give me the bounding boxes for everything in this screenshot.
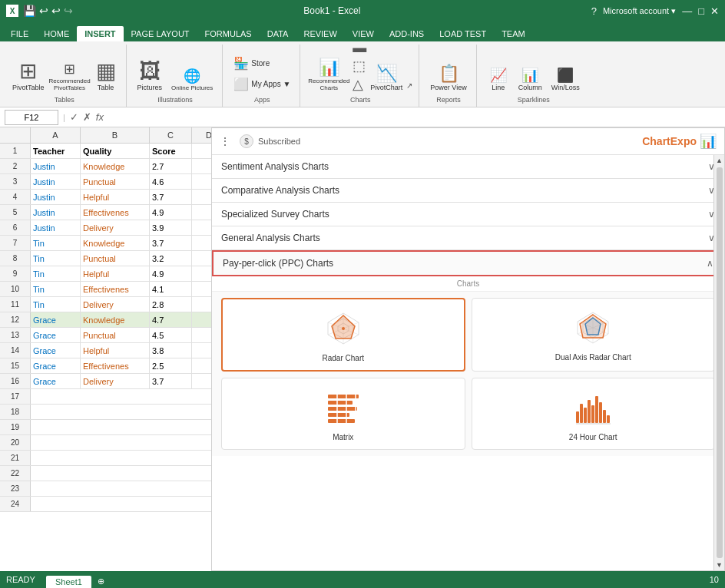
pivot-table-button[interactable]: ⊞ PivotTable: [9, 57, 48, 93]
cell-A4[interactable]: Justin: [31, 190, 81, 205]
cell-A15[interactable]: Grace: [31, 358, 81, 374]
undo-icon[interactable]: ↩: [39, 5, 48, 17]
cell-C1[interactable]: Score: [150, 144, 192, 159]
row-num-3[interactable]: 3: [0, 174, 31, 189]
cell-B10[interactable]: Effectivenes: [81, 282, 150, 297]
tab-file[interactable]: FILE: [3, 26, 36, 41]
tab-page-layout[interactable]: PAGE LAYOUT: [124, 26, 197, 41]
sheet1-tab[interactable]: Sheet1: [46, 576, 91, 588]
tab-review[interactable]: REVIEW: [296, 26, 344, 41]
cell-B3[interactable]: Punctual: [81, 174, 150, 190]
store-button[interactable]: 🏪 Store: [230, 55, 293, 72]
cell-B8[interactable]: Punctual: [81, 251, 150, 266]
col-header-C[interactable]: C: [150, 127, 192, 143]
undo2-icon[interactable]: ↩: [51, 5, 61, 17]
row-num-14[interactable]: 14: [0, 343, 31, 358]
cell-B9[interactable]: Helpful: [81, 266, 150, 282]
category-general[interactable]: General Analysis Charts ∨: [212, 226, 724, 250]
recommended-pivottables-button[interactable]: ⊞ Recommended PivotTables: [51, 59, 89, 93]
panel-dots-menu[interactable]: ⋮: [220, 135, 230, 147]
cell-B4[interactable]: Helpful: [81, 190, 150, 205]
category-sentiment[interactable]: Sentiment Analysis Charts ∨: [212, 155, 724, 179]
row-num-7[interactable]: 7: [0, 236, 31, 250]
cell-A10[interactable]: Tin: [31, 282, 81, 297]
table-button[interactable]: ▦ Table: [92, 57, 120, 93]
cell-A5[interactable]: Justin: [31, 205, 81, 220]
row-num-18[interactable]: 18: [0, 405, 31, 419]
area-chart-icon[interactable]: △: [353, 76, 366, 93]
row-num-10[interactable]: 10: [0, 282, 31, 296]
cell-B11[interactable]: Delivery: [81, 297, 150, 312]
row-num-6[interactable]: 6: [0, 220, 31, 235]
row-num-2[interactable]: 2: [0, 159, 31, 173]
cell-A9[interactable]: Tin: [31, 266, 81, 282]
cell-A7[interactable]: Tin: [31, 236, 81, 251]
tab-data[interactable]: DATA: [260, 26, 296, 41]
tab-insert[interactable]: INSERT: [77, 26, 123, 41]
row-num-9[interactable]: 9: [0, 266, 31, 281]
cell-B1[interactable]: Quality: [81, 144, 150, 159]
category-comparative[interactable]: Comparative Analysis Charts ∨: [212, 179, 724, 203]
radar-chart-card[interactable]: Radar Chart: [221, 298, 465, 372]
row-num-8[interactable]: 8: [0, 251, 31, 266]
row-num-13[interactable]: 13: [0, 328, 31, 342]
cell-A14[interactable]: Grace: [31, 343, 81, 358]
col-header-B[interactable]: B: [81, 127, 150, 143]
formula-fx-icon[interactable]: fx: [96, 111, 104, 123]
tab-addins[interactable]: ADD-INS: [382, 26, 432, 41]
my-apps-button[interactable]: ⬜ My Apps ▼: [230, 75, 293, 93]
cell-C9[interactable]: 4.9: [150, 266, 192, 282]
cell-C14[interactable]: 3.8: [150, 343, 192, 358]
line-sparkline-button[interactable]: 📈 Line: [485, 65, 512, 93]
row-num-20[interactable]: 20: [0, 435, 31, 450]
redo-icon[interactable]: ↪: [64, 5, 73, 17]
cell-C2[interactable]: 2.7: [150, 159, 192, 174]
category-ppc[interactable]: Pay-per-click (PPC) Charts ∧: [212, 250, 724, 276]
cell-C16[interactable]: 3.7: [150, 374, 192, 389]
row-num-24[interactable]: 24: [0, 497, 31, 511]
tab-formulas[interactable]: FORMULAS: [197, 26, 260, 41]
minimize-button[interactable]: —: [682, 5, 692, 17]
online-pictures-button[interactable]: 🌐 Online Pictures: [168, 66, 216, 93]
cell-A6[interactable]: Justin: [31, 220, 81, 236]
cell-A11[interactable]: Tin: [31, 297, 81, 312]
cell-B16[interactable]: Delivery: [81, 374, 150, 389]
cell-B2[interactable]: Knowledge: [81, 159, 150, 174]
cell-B5[interactable]: Effectivenes: [81, 205, 150, 220]
column-sparkline-button[interactable]: 📊 Column: [515, 65, 545, 93]
matrix-chart-card[interactable]: Matrix: [221, 378, 465, 450]
bar-chart-icon[interactable]: ▬: [353, 40, 366, 56]
24hour-chart-card[interactable]: 24 Hour Chart: [472, 378, 716, 450]
recommended-charts-button[interactable]: 📊 Recommended Charts: [308, 56, 349, 93]
cell-B15[interactable]: Effectivenes: [81, 358, 150, 374]
row-num-15[interactable]: 15: [0, 358, 31, 373]
row-num-17[interactable]: 17: [0, 389, 31, 404]
cell-C3[interactable]: 4.6: [150, 174, 192, 190]
row-num-16[interactable]: 16: [0, 374, 31, 388]
power-view-button[interactable]: 📋 Power View: [427, 62, 469, 93]
cell-A1[interactable]: Teacher: [31, 144, 81, 159]
row-num-21[interactable]: 21: [0, 451, 31, 465]
panel-scroll[interactable]: Sentiment Analysis Charts ∨ Comparative …: [212, 155, 724, 456]
cell-C4[interactable]: 3.7: [150, 190, 192, 205]
cell-C10[interactable]: 4.1: [150, 282, 192, 297]
cell-C7[interactable]: 3.7: [150, 236, 192, 251]
col-header-A[interactable]: A: [31, 127, 81, 143]
formula-input[interactable]: [107, 113, 720, 122]
cell-A12[interactable]: Grace: [31, 312, 81, 328]
tab-view[interactable]: VIEW: [345, 26, 382, 41]
cell-A2[interactable]: Justin: [31, 159, 81, 174]
cell-B12[interactable]: Knowledge: [81, 312, 150, 328]
cell-C15[interactable]: 2.5: [150, 358, 192, 374]
category-survey[interactable]: Specialized Survey Charts ∨: [212, 203, 724, 226]
cell-C8[interactable]: 3.2: [150, 251, 192, 266]
row-num-22[interactable]: 22: [0, 466, 31, 481]
cell-A3[interactable]: Justin: [31, 174, 81, 190]
row-num-1[interactable]: 1: [0, 144, 31, 158]
cell-B13[interactable]: Punctual: [81, 328, 150, 343]
tab-team[interactable]: TEAM: [494, 26, 533, 41]
tab-home[interactable]: HOME: [36, 26, 77, 41]
cell-C12[interactable]: 4.7: [150, 312, 192, 328]
name-box[interactable]: [5, 110, 58, 125]
scroll-up-arrow[interactable]: ▲: [714, 155, 725, 166]
